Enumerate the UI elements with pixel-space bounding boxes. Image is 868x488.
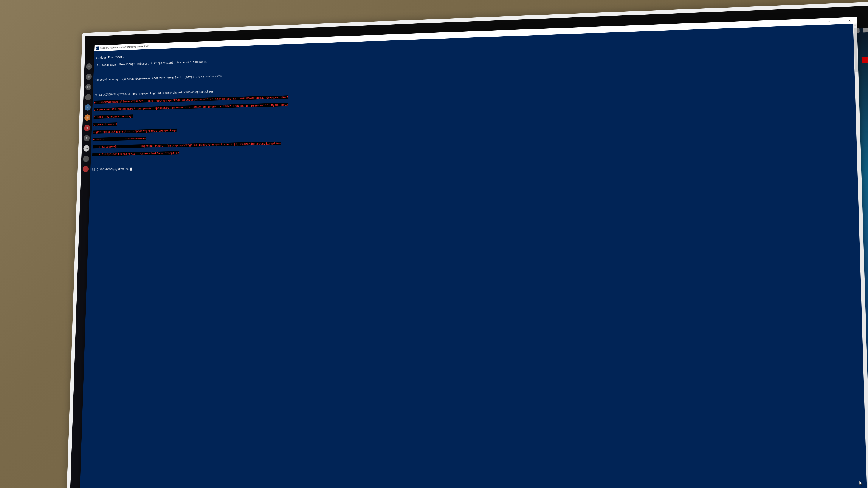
- terminal-content[interactable]: Windows PowerShell (C) Корпорация Майкро…: [80, 24, 868, 488]
- powershell-icon: >_: [96, 46, 99, 50]
- sidebar-app-icon[interactable]: Ⓟ: [84, 115, 91, 121]
- sidebar-app-icon[interactable]: ⌂: [85, 104, 91, 110]
- monitor-bezel: Подписаться ← @ ОТ ⌂ Ⓟ Rb R Yo По: [66, 1, 868, 488]
- sidebar-back-icon[interactable]: ←: [86, 63, 92, 70]
- close-button[interactable]: ✕: [844, 17, 855, 24]
- sidebar-app-icon[interactable]: [83, 166, 89, 172]
- window-title: Выбрать Администратор: Windows PowerShel…: [100, 45, 149, 50]
- terminal-command: get-appxpackage-allusers*phone*|remove-a…: [132, 90, 214, 95]
- sidebar-app-icon[interactable]: R: [84, 135, 90, 141]
- terminal-prompt: PS C:\WINDOWS\system32>: [94, 92, 132, 96]
- maximize-button[interactable]: ☐: [833, 18, 844, 24]
- sidebar-app-icon[interactable]: [85, 94, 91, 100]
- tray-icon[interactable]: [863, 28, 868, 32]
- scrollbar-up-arrow[interactable]: ▲: [853, 24, 857, 27]
- sidebar-app-icon[interactable]: Rb: [84, 125, 90, 131]
- sidebar-app-icon[interactable]: [83, 156, 89, 162]
- sidebar-app-icon[interactable]: @: [86, 73, 92, 80]
- subscribe-button[interactable]: Подписаться: [862, 56, 868, 63]
- terminal-prompt: PS C:\WINDOWS\system32>: [92, 167, 130, 171]
- titlebar-left: >_ Выбрать Администратор: Windows PowerS…: [96, 45, 149, 50]
- minimize-button[interactable]: —: [823, 18, 834, 25]
- powershell-window: >_ Выбрать Администратор: Windows PowerS…: [80, 17, 868, 488]
- sidebar-app-icon[interactable]: ОТ: [86, 84, 92, 90]
- screen: Подписаться ← @ ОТ ⌂ Ⓟ Rb R Yo По: [70, 5, 868, 488]
- mouse-cursor-icon: [859, 481, 863, 486]
- terminal-cursor: [130, 167, 132, 170]
- sidebar-app-icon[interactable]: Yo: [83, 145, 90, 152]
